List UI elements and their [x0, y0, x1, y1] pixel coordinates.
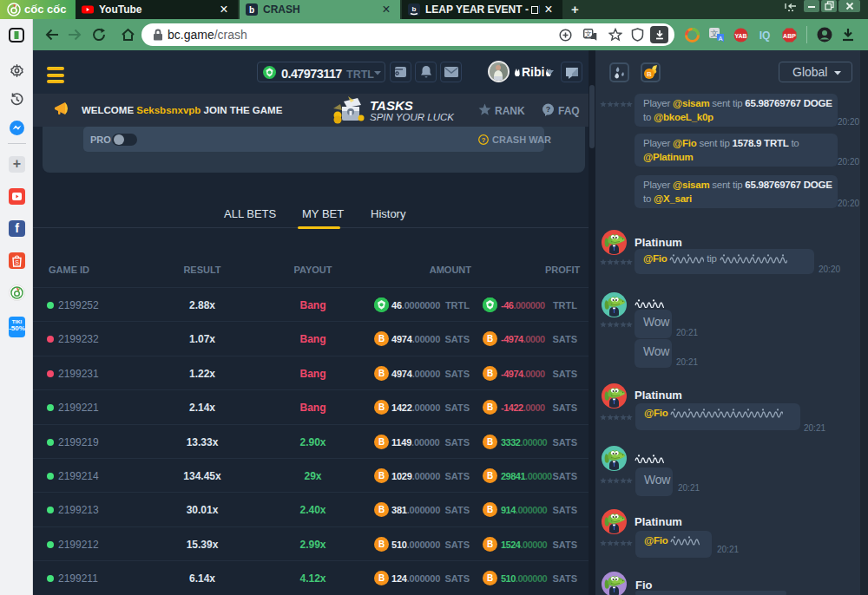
svg-text:b: b	[249, 5, 254, 15]
svg-text:B: B	[647, 70, 652, 78]
svg-text:IQ: IQ	[760, 29, 771, 42]
svg-text:YAB: YAB	[734, 33, 746, 39]
svg-text:S: S	[15, 259, 19, 265]
svg-text:?: ?	[482, 136, 486, 144]
svg-text:?: ?	[546, 105, 551, 114]
svg-text:ABP: ABP	[783, 33, 796, 39]
svg-text:文: 文	[585, 30, 592, 38]
svg-text:A: A	[719, 36, 723, 42]
svg-text:b: b	[412, 5, 417, 13]
